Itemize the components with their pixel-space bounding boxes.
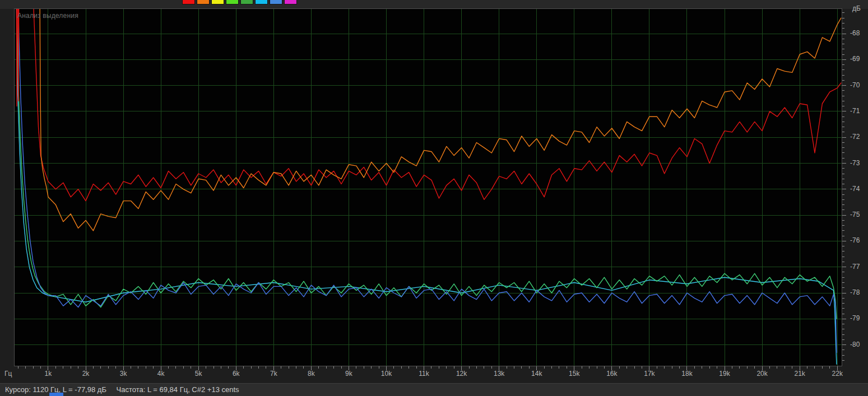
y-tick-label: -74 [850, 185, 868, 193]
x-tick-label: 3k [112, 370, 134, 378]
y-tick-label: -73 [850, 159, 868, 167]
y-tick-label: -78 [850, 288, 868, 296]
plot-title: Анализ выделения [17, 12, 78, 20]
x-tick-label: 15k [563, 370, 586, 378]
y-tick-label: -79 [850, 314, 868, 322]
y-tick-label: -68 [850, 29, 868, 37]
x-tick-label: 19k [713, 370, 736, 378]
plot-background [14, 9, 842, 366]
y-tick-label: -71 [850, 107, 868, 115]
x-tick-label: 16k [601, 370, 623, 378]
frequency-analysis-panel: Анализ выделения 1k2k3k4k5k6k7k8k9k10k11… [0, 0, 868, 396]
x-tick-label: 11k [413, 370, 435, 378]
y-tick-label: -70 [850, 81, 868, 89]
x-tick-label: 14k [526, 370, 548, 378]
y-tick-label: -76 [850, 236, 868, 244]
x-tick-label: 6k [225, 370, 247, 378]
x-tick-label: 22k [826, 370, 848, 378]
x-tick-label: 1k [37, 370, 59, 378]
y-tick-label: -77 [850, 263, 868, 271]
y-axis-unit-label: дБ [852, 4, 861, 12]
x-tick-label: 13k [488, 370, 510, 378]
y-tick-label: -75 [850, 211, 868, 218]
x-tick-label: 7k [262, 370, 285, 378]
status-bar: Курсор: 1120 Гц, L = -77,98 дБ Частота: … [0, 383, 868, 396]
x-tick-label: 12k [451, 370, 473, 378]
x-tick-label: 17k [638, 370, 661, 378]
x-tick-label: 20k [751, 370, 773, 378]
x-tick-label: 5k [187, 370, 210, 378]
y-tick-label: -80 [850, 341, 868, 348]
spectrum-plot[interactable] [0, 0, 868, 396]
y-tick-label: -69 [850, 55, 868, 63]
x-tick-label: 10k [375, 370, 398, 378]
x-tick-label: 8k [300, 370, 322, 378]
x-tick-label: 9k [337, 370, 360, 378]
status-frequency-readout: Частота: L = 69,84 Гц, C#2 +13 cents [117, 384, 239, 396]
x-tick-label: 4k [150, 370, 172, 378]
progress-strip [49, 393, 63, 396]
x-tick-label: 2k [75, 370, 97, 378]
x-tick-label: 21k [788, 370, 811, 378]
x-axis-unit-label: Гц [4, 370, 12, 378]
x-tick-label: 18k [676, 370, 698, 378]
y-tick-label: -72 [850, 133, 868, 141]
